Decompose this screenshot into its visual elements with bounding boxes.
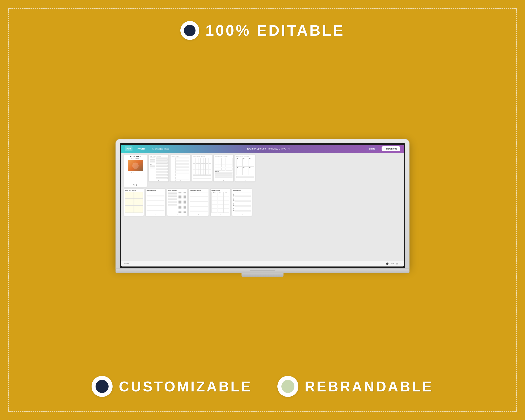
tr4 [171,162,189,163]
mc4 [225,158,229,161]
day1: Day 1 [236,158,242,167]
page-9[interactable]: STUDY PROGRESS [167,189,187,216]
wc13 [206,163,208,169]
gr21 [224,207,229,209]
page-4[interactable]: WEEKLY STUDY PLANNER [192,154,212,182]
page-5-num: 5 [223,179,224,181]
sixday-notes [236,176,254,178]
page-5[interactable]: MONTHLY STUDY PLANNER [214,154,234,182]
gr23 [217,209,224,211]
day3-label: Day 3 [249,158,254,159]
time-tracker: TIME TRACKER [170,155,190,181]
divider [236,157,254,157]
page-10[interactable]: ASSIGNMENT TRACKER [189,189,209,216]
divider [215,157,233,157]
resize-btn[interactable]: Resize [136,146,147,151]
progress-left [168,192,177,213]
sixday-title: 6-DAY PREPARATION PLAN [236,156,254,157]
weekly-planner: WEEKLY STUDY PLANNER [192,155,212,181]
laptop-base [115,269,410,273]
cr4 [233,196,251,197]
monthly-notes: Monthly Goals: [215,171,233,178]
cr1 [233,192,251,193]
monthly-grid [215,158,233,170]
tr1 [171,158,189,159]
cr13 [233,207,251,208]
gr9 [224,199,229,201]
page-2-num: 2 [158,179,159,181]
fullscreen-icon[interactable]: ⤡ [399,262,401,265]
day4: Day 4 [236,167,242,176]
page-7[interactable]: STICKY NOTE TRACKER [124,189,144,216]
bottom-section: CUSTOMIZABLE REBRANDABLE [92,376,433,397]
page-icons: ⧉ 🗑 [133,184,138,186]
cover-subtitle: PLANNER [131,158,140,159]
download-btn[interactable]: ↓ Download [382,146,400,151]
cover-image [128,160,143,171]
mc17 [218,168,222,171]
rr6 [147,198,164,199]
page-4-num: 4 [202,179,202,181]
sticky5 [125,206,134,213]
gr4 [211,197,217,199]
wc5 [203,158,206,163]
share-btn[interactable]: Share [366,146,378,151]
delete-icon[interactable]: 🗑 [136,184,138,186]
gr2 [217,195,224,197]
page-1-cover[interactable]: EXAM PREP PLANNER This planner belongs t… [124,154,147,187]
grade-tracker: GRADE TRACKER Subject Grade Notes [211,189,230,216]
wc15 [193,169,195,175]
rr1 [147,192,164,193]
cr15 [233,210,251,211]
grid-icon[interactable]: ⊞ [396,262,398,265]
rr8 [147,201,164,202]
copy-icon[interactable]: ⧉ [133,184,135,186]
mc2 [218,158,222,161]
saved-status: All changes saved [150,147,171,151]
mc5 [229,158,233,161]
page-11[interactable]: GRADE TRACKER Subject Grade Notes [210,189,230,216]
mc9 [225,161,229,164]
gr27 [224,211,229,213]
gr18 [224,205,229,207]
ar3 [190,194,208,195]
sticky-title: STICKY NOTE TRACKER [125,190,143,191]
customizable-label: CUSTOMIZABLE [119,378,252,395]
tr5 [171,163,189,165]
page-3[interactable]: TIME TRACKER [170,154,190,182]
editable-icon [180,21,199,40]
rr15 [147,210,164,211]
wc4 [201,158,203,163]
page-8[interactable]: STUDY REFLECTION [146,189,166,216]
tr6 [171,165,189,166]
page-12[interactable]: EXAM CHECKLIST [232,189,252,216]
page-6[interactable]: 6-DAY PREPARATION PLAN Day 1 Day 2 Day 3… [235,154,255,182]
mc8 [222,161,225,164]
divider [168,191,186,191]
laptop-stand [242,273,283,277]
sticky-tracker: STICKY NOTE TRACKER [124,189,144,216]
ar9 [190,202,208,203]
customizable-item: CUSTOMIZABLE [92,376,252,397]
cr10 [233,203,251,204]
cr2 [233,193,251,194]
day2: Day 2 [242,158,248,167]
file-btn[interactable]: File [125,146,132,151]
toolbar-title: Exam Preparation Template Canva A4 [174,147,363,150]
tr3 [171,160,189,162]
cr7 [233,199,251,201]
cover-content: EXAM PREP PLANNER This planner belongs t… [124,155,147,187]
rr13 [147,207,164,208]
cr12 [233,206,251,207]
cover-line [129,174,142,174]
gr14 [217,203,224,205]
cover-caption: This planner belongs to: [131,172,140,173]
page-2[interactable]: DAILY STUDY PLANNER [149,154,169,182]
tr10 [171,171,189,172]
gh2: Grade [217,192,224,195]
laptop-notch [250,270,275,271]
day5-label: Day 5 [243,167,248,168]
top-section: 100% EDITABLE [180,21,345,40]
gr1 [211,195,217,197]
mc13 [222,164,225,167]
